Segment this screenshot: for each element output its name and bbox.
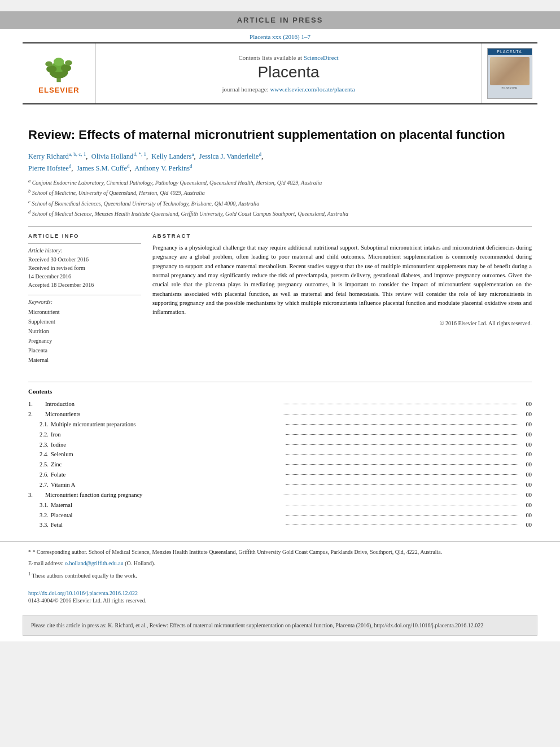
- affiliation-c: c School of Biomedical Sciences, Queensl…: [28, 198, 532, 208]
- keywords-label: Keywords:: [28, 299, 141, 305]
- doi-line: http://dx.doi.org/10.1016/j.placenta.201…: [0, 587, 560, 597]
- homepage-label: journal homepage:: [222, 86, 268, 93]
- toc-item-2-3: 2.3. Iodine 00: [28, 440, 532, 450]
- received-revised-label: Received in revised form: [28, 264, 141, 272]
- author-olivia-holland[interactable]: Olivia Holland: [91, 152, 134, 160]
- email-link[interactable]: o.holland@griffith.edu.au: [65, 560, 124, 566]
- page: ARTICLE IN PRESS Placenta xxx (2016) 1–7…: [0, 11, 560, 641]
- journal-center: Contents lists available at ScienceDirec…: [96, 43, 481, 103]
- toc-item-1: 1. Introduction 00: [28, 399, 532, 409]
- author-kelly-landers[interactable]: Kelly Landers: [151, 152, 191, 160]
- copyright-line: © 2016 Elsevier Ltd. All rights reserved…: [152, 320, 532, 326]
- homepage-line: journal homepage: www.elsevier.com/locat…: [222, 86, 355, 93]
- citation-box: Please cite this article in press as: K.…: [23, 615, 537, 636]
- keyword-6: Maternal: [28, 355, 141, 365]
- svg-point-5: [60, 64, 71, 72]
- svg-point-6: [45, 62, 53, 67]
- article-history: Article history: Received 30 October 201…: [28, 243, 141, 289]
- journal-header: ELSEVIER Contents lists available at Sci…: [23, 42, 537, 104]
- history-label: Article history:: [28, 247, 141, 254]
- section-divider: [28, 382, 532, 382]
- keyword-4: Pregnancy: [28, 336, 141, 346]
- affiliations: a Conjoint Endocrine Laboratory, Chemica…: [28, 177, 532, 219]
- equal-contribution-note: 1 These authors contributed equally to t…: [28, 570, 532, 580]
- sciencedirect-label: Contents lists available at: [238, 54, 302, 61]
- toc-item-3-3: 3.3. Fetal 00: [28, 520, 532, 530]
- sciencedirect-line: Contents lists available at ScienceDirec…: [238, 54, 338, 61]
- two-col-section: ARTICLE INFO Article history: Received 3…: [28, 226, 532, 365]
- doi-copyright: 0143-4004/© 2016 Elsevier Ltd. All right…: [0, 597, 560, 609]
- journal-info-line: Placenta xxx (2016) 1–7: [0, 29, 560, 42]
- keyword-1: Micronutrient: [28, 307, 141, 317]
- keywords-section: Keywords: Micronutrient Supplement Nutri…: [28, 295, 141, 365]
- banner-text: ARTICLE IN PRESS: [237, 16, 323, 24]
- keyword-3: Nutrition: [28, 326, 141, 336]
- main-content: Review: Effects of maternal micronutrien…: [0, 104, 560, 376]
- placenta-journal-logo: PLACENTA ELSEVIER: [481, 43, 537, 103]
- doi-link[interactable]: http://dx.doi.org/10.1016/j.placenta.201…: [28, 590, 138, 596]
- abstract-heading: ABSTRACT: [152, 233, 532, 239]
- toc-item-3-1: 3.1. Maternal 00: [28, 500, 532, 510]
- toc-item-3: 3. Micronutrient function during pregnan…: [28, 490, 532, 500]
- toc-item-3-2: 3.2. Placental 00: [28, 510, 532, 521]
- journal-info-text: Placenta xxx (2016) 1–7: [250, 33, 310, 40]
- affiliation-a: a Conjoint Endocrine Laboratory, Chemica…: [28, 177, 532, 187]
- toc-item-2-1: 2.1. Multiple micronutrient preparations…: [28, 420, 532, 430]
- citation-text: Please cite this article in press as: K.…: [31, 622, 483, 628]
- author-james-cuffe[interactable]: James S.M. Cuffe: [77, 164, 127, 172]
- sciencedirect-link[interactable]: ScienceDirect: [304, 54, 339, 61]
- svg-point-7: [65, 60, 72, 65]
- email-note: E-mail address: o.holland@griffith.edu.a…: [28, 559, 532, 568]
- toc-item-2-7: 2.7. Vitamin A 00: [28, 480, 532, 490]
- footer-notes: * * Corresponding author. School of Medi…: [0, 541, 560, 586]
- author-anthony-perkins[interactable]: Anthony V. Perkins: [134, 164, 190, 172]
- abstract-col: ABSTRACT Pregnancy is a physiological ch…: [152, 233, 532, 365]
- authors-line: Kerry Richarda, b, c, 1, Olivia Hollandd…: [28, 150, 532, 174]
- author-kerry-richard[interactable]: Kerry Richard: [28, 152, 69, 160]
- toc-item-2-4: 2.4. Selenium 00: [28, 449, 532, 460]
- author-jessica-vanderlelie[interactable]: Jessica J. Vanderlelie: [199, 152, 259, 160]
- elsevier-label: ELSEVIER: [38, 86, 79, 94]
- author-pierre-hofstee[interactable]: Pierre Hofstee: [28, 164, 69, 172]
- received-date: Received 30 October 2016: [28, 255, 141, 264]
- toc-item-2-6: 2.6. Folate 00: [28, 470, 532, 480]
- elsevier-tree-icon: [37, 53, 82, 84]
- contents-title: Contents: [28, 388, 532, 395]
- article-in-press-banner: ARTICLE IN PRESS: [0, 11, 560, 29]
- revised-date: 14 December 2016: [28, 272, 141, 281]
- accepted-date: Accepted 18 December 2016: [28, 281, 141, 289]
- svg-point-4: [46, 65, 56, 73]
- article-info-heading: ARTICLE INFO: [28, 233, 141, 239]
- toc-item-2-5: 2.5. Zinc 00: [28, 460, 532, 470]
- article-info-col: ARTICLE INFO Article history: Received 3…: [28, 233, 141, 365]
- corresponding-author-note: * * Corresponding author. School of Medi…: [28, 548, 532, 557]
- abstract-text: Pregnancy is a physiological challenge t…: [152, 243, 532, 317]
- journal-name: Placenta: [258, 63, 320, 81]
- homepage-link[interactable]: www.elsevier.com/locate/placenta: [270, 86, 355, 93]
- affiliation-d: d School of Medical Science, Menzies Hea…: [28, 208, 532, 219]
- elsevier-logo: ELSEVIER: [23, 43, 96, 103]
- affiliation-b: b School of Medicine, University of Quee…: [28, 187, 532, 198]
- toc-item-2-2: 2.2. Iron 00: [28, 430, 532, 440]
- svg-point-3: [53, 58, 63, 66]
- toc-item-2: 2. Micronutrients 00: [28, 409, 532, 420]
- contents-section: Contents 1. Introduction 00 2. Micronutr…: [0, 388, 560, 530]
- keyword-5: Placenta: [28, 346, 141, 355]
- keyword-2: Supplement: [28, 317, 141, 326]
- article-title: Review: Effects of maternal micronutrien…: [28, 127, 532, 143]
